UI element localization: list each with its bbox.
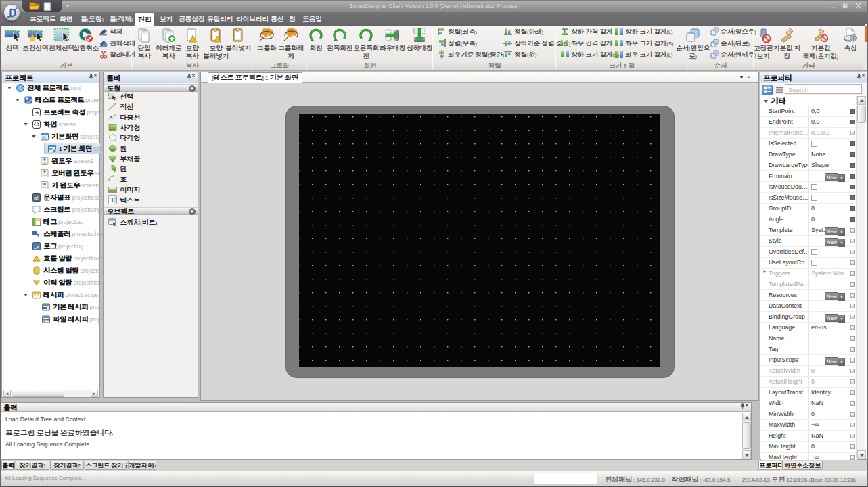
svg-text:a!: a! <box>34 195 39 201</box>
svg-text:T: T <box>110 196 115 204</box>
